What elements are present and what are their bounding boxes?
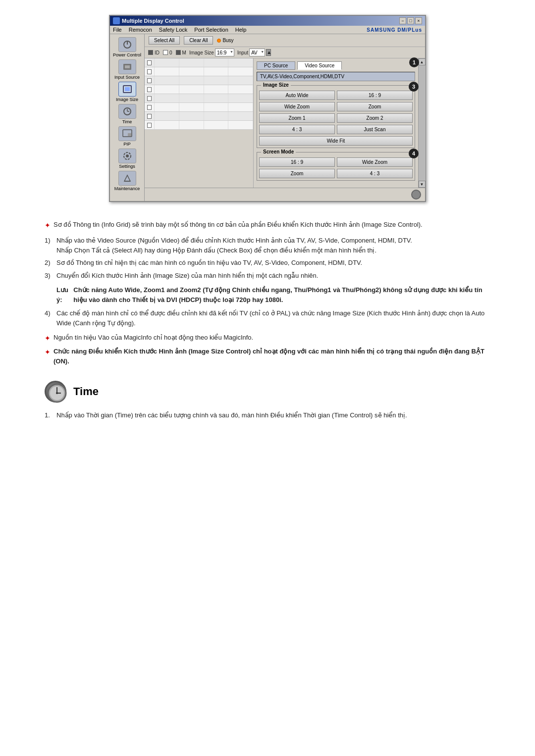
row-checkbox[interactable]: [147, 78, 152, 83]
cell-check[interactable]: [145, 94, 155, 102]
scroll-down-btn[interactable]: ▼: [419, 181, 426, 188]
select-all-button[interactable]: Select All: [149, 36, 180, 45]
menu-help[interactable]: Help: [235, 27, 247, 33]
cell-id: [155, 94, 179, 102]
scroll-up-btn[interactable]: ▲: [419, 58, 426, 65]
menu-remocon[interactable]: Remocon: [129, 27, 152, 33]
cell-input: [228, 58, 253, 67]
table-row: [145, 58, 253, 67]
sidebar-item-settings[interactable]: Settings: [112, 149, 143, 169]
row-checkbox[interactable]: [147, 114, 152, 119]
cell-check[interactable]: [145, 103, 155, 111]
menu-items: File Remocon Safety Lock Port Selection …: [113, 27, 246, 33]
check-label-1: ID: [155, 50, 160, 55]
cell-check[interactable]: [145, 67, 155, 76]
cell-m: [179, 67, 204, 76]
doc-section: ✦ Sơ đồ Thông tin (Info Grid) sẽ trình b…: [45, 220, 490, 366]
sidebar-item-power[interactable]: Power Control: [112, 37, 143, 57]
btn-auto-wide[interactable]: Auto Wide: [259, 91, 335, 100]
table-row: [145, 94, 253, 103]
sidebar-item-maintenance[interactable]: Maintenance: [112, 171, 143, 191]
cell-m: [179, 112, 204, 120]
sidebar-item-pip[interactable]: PIP: [112, 126, 143, 147]
cell-imgsize: [204, 67, 229, 76]
cell-id: [155, 121, 179, 129]
row-checkbox[interactable]: [147, 96, 152, 101]
btn-sm-zoom[interactable]: Zoom: [259, 169, 335, 178]
time-desc-num: 1.: [45, 410, 54, 420]
cell-input: [228, 67, 253, 76]
scroll-arrow-up[interactable]: ▲: [266, 49, 271, 56]
power-icon: [118, 37, 136, 52]
cell-check[interactable]: [145, 121, 155, 129]
btn-16-9[interactable]: 16 : 9: [337, 91, 413, 100]
row-checkbox[interactable]: [147, 105, 152, 110]
sidebar-item-input[interactable]: Input Source: [112, 59, 143, 80]
scroll-track[interactable]: [419, 65, 426, 181]
item-text-1: Nhấp vào thẻ Video Source (Nguồn Video) …: [56, 236, 412, 255]
checkbox-2[interactable]: [163, 50, 168, 55]
row-checkbox[interactable]: [147, 87, 152, 92]
sidebar-item-imagesize[interactable]: Image Size: [112, 82, 143, 102]
star-item-2: ✦ Nguồn tín hiệu Vào của MagicInfo chỉ h…: [45, 333, 490, 344]
video-source-tab[interactable]: Video Source: [297, 61, 342, 70]
input-select[interactable]: AV: [249, 49, 265, 56]
btn-wide-zoom[interactable]: Wide Zoom: [259, 102, 335, 111]
input-icon: [118, 59, 136, 74]
cell-imgsize: [204, 85, 229, 94]
btn-sm-4-3[interactable]: 4 : 3: [337, 169, 413, 178]
btn-zoom1[interactable]: Zoom 1: [259, 113, 335, 123]
cell-m: [179, 58, 204, 67]
imagesize-select[interactable]: 16:9: [215, 49, 234, 56]
imagesize-select-wrap[interactable]: 16:9: [215, 49, 234, 56]
row-checkbox[interactable]: [147, 123, 152, 128]
pc-source-tab[interactable]: PC Source: [257, 61, 295, 70]
item-text-4: Các chế độ màn hình chỉ có thể được điều…: [56, 308, 490, 328]
cell-input: [228, 76, 253, 85]
table-row: [145, 103, 253, 112]
checkbox-3[interactable]: [176, 50, 181, 55]
maximize-button[interactable]: □: [407, 17, 414, 24]
cell-check[interactable]: [145, 112, 155, 120]
check-item-2: 0: [162, 50, 172, 55]
cell-check[interactable]: [145, 76, 155, 85]
btn-zoom2[interactable]: Zoom 2: [337, 113, 413, 123]
btn-zoom[interactable]: Zoom: [337, 102, 413, 111]
cell-check[interactable]: [145, 85, 155, 94]
star-item-3: ✦ Chức năng Điều khiển Kích thước Hình ả…: [45, 347, 490, 366]
settings-icon: [118, 149, 136, 163]
cell-input: [228, 103, 253, 111]
screen-mode-section: Screen Mode 16 : 9 Wide Zoom Zoom 4 : 3 …: [257, 152, 415, 181]
sidebar-item-time[interactable]: Time: [112, 104, 143, 124]
btn-wide-fit[interactable]: Wide Fit: [259, 136, 413, 146]
cell-check[interactable]: [145, 58, 155, 67]
menubar: File Remocon Safety Lock Port Selection …: [110, 26, 425, 34]
numbered-list: 1) Nhấp vào thẻ Video Source (Nguồn Vide…: [45, 236, 490, 280]
software-window: Multiple Display Control − □ × File Remo…: [109, 15, 426, 202]
titlebar-buttons[interactable]: − □ ×: [399, 17, 422, 24]
sw-main: Select All Clear All Busy ID 0: [145, 34, 425, 201]
menu-port-selection[interactable]: Port Selection: [194, 27, 228, 33]
btn-4-3[interactable]: 4 : 3: [259, 125, 335, 134]
checkbox-1[interactable]: [148, 50, 153, 55]
image-size-legend: Image Size: [261, 82, 291, 88]
scrollbar[interactable]: ▲ ▼: [418, 58, 425, 188]
table-row: [145, 112, 253, 121]
input-select-wrap[interactable]: AV: [249, 49, 265, 56]
star-text-1: Sơ đồ Thông tin (Info Grid) sẽ trình bày…: [54, 220, 423, 230]
minimize-button[interactable]: −: [399, 17, 406, 24]
btn-just-scan[interactable]: Just Scan: [337, 125, 413, 134]
row-checkbox[interactable]: [147, 69, 152, 74]
btn-sm-wide-zoom[interactable]: Wide Zoom: [337, 157, 413, 167]
clear-all-button[interactable]: Clear All: [184, 36, 213, 45]
cell-input: [228, 121, 253, 129]
table-row: [145, 67, 253, 76]
row-checkbox[interactable]: [147, 60, 152, 65]
close-button[interactable]: ×: [415, 17, 422, 24]
num-label-3: 3): [45, 271, 54, 281]
cell-imgsize: [204, 112, 229, 120]
menu-file[interactable]: File: [113, 27, 122, 33]
menu-safety-lock[interactable]: Safety Lock: [159, 27, 187, 33]
btn-sm-16-9[interactable]: 16 : 9: [259, 157, 335, 167]
source-tabs: PC Source Video Source: [257, 61, 415, 70]
